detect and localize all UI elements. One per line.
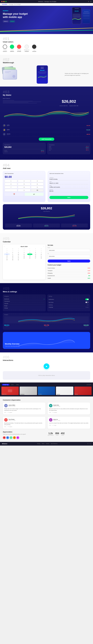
cal-day-13[interactable]: 13 [33, 254, 38, 255]
cal-day-27[interactable]: 27 [33, 257, 38, 259]
preview-tab-2[interactable]: Icons [15, 384, 20, 386]
close-dot[interactable] [2, 1, 3, 2]
cal-day-5[interactable]: 5 [27, 252, 33, 253]
to-date-input[interactable] [48, 255, 90, 258]
cal-day-29[interactable]: 29 [4, 259, 10, 260]
bottom-link-privacy[interactable]: Privacy [37, 443, 40, 444]
form-value-date[interactable]: March 12, 2020 [49, 182, 88, 184]
apply-date-button[interactable]: Apply [48, 260, 90, 262]
nav-row-dashboard[interactable]: Dashboard ● [4, 298, 44, 300]
form-value-amount[interactable]: $25.50 [49, 190, 88, 192]
save-button[interactable]: Save [49, 196, 88, 199]
cal-day-prev[interactable]: 28 [33, 250, 38, 251]
add-transaction-button[interactable]: Add Transaction [39, 138, 54, 141]
key-6[interactable]: 6 [31, 183, 44, 185]
cal-day-1[interactable]: 1 [4, 252, 10, 253]
cal-day-17[interactable]: 17 [16, 255, 21, 257]
nav-row-settings[interactable]: Settings [4, 307, 44, 309]
cal-day-8[interactable]: 8 [4, 254, 10, 255]
reply-count-3[interactable]: ↩ 5 replies [7, 426, 12, 427]
key-3[interactable]: 3 [31, 180, 44, 182]
cal-day-12[interactable]: 12 [27, 254, 33, 255]
linkedin-icon[interactable]: in [90, 443, 91, 444]
toggle-darkmode[interactable] [85, 302, 89, 303]
cal-day-11[interactable]: 11 [21, 254, 27, 255]
cal-day-prev[interactable]: 24 [10, 250, 15, 251]
play-button[interactable]: ▶ [44, 364, 49, 369]
cal-day-24[interactable]: 24 [16, 257, 21, 259]
cal-day-2[interactable]: 2 [10, 252, 15, 253]
cal-day-30[interactable]: 30 [10, 259, 15, 260]
icon-category[interactable]: 🏷 [25, 193, 44, 196]
badge-heart[interactable]: ❤ [3, 436, 6, 439]
cal-day-21[interactable]: 21 [39, 255, 44, 257]
cal-day-18[interactable]: 18 [21, 255, 27, 257]
reply-count-4[interactable]: ↩ 1 reply [52, 425, 56, 426]
preview-thumb-5[interactable]: Settings [74, 386, 91, 395]
cal-day-7[interactable]: 7 [39, 252, 44, 253]
key-8[interactable]: 8 [18, 186, 30, 188]
reply-count-1[interactable]: ↩ 3 replies [7, 412, 12, 413]
bottom-link-careers[interactable]: Careers [46, 443, 49, 444]
badge-star[interactable]: ★ [6, 436, 9, 439]
key-dot[interactable]: . [5, 189, 17, 192]
key-5[interactable]: 5 [18, 183, 30, 185]
cal-day-19[interactable]: 19 [27, 255, 33, 257]
key-2[interactable]: 2 [18, 180, 30, 182]
cal-day-14[interactable]: 14 [39, 254, 44, 255]
from-date-input[interactable] [48, 249, 90, 252]
cal-day-28[interactable]: 28 [39, 257, 44, 259]
reply-count-2[interactable]: ↩ 2 replies [52, 412, 57, 413]
cal-day-22[interactable]: 22 [4, 257, 10, 259]
icon-calendar[interactable]: 📅 [5, 193, 24, 196]
like-count-4[interactable]: ♥ 15 [49, 425, 51, 426]
form-value-note[interactable]: Coffee and snacks [49, 186, 88, 188]
preview-thumb-4[interactable]: Calendar [56, 386, 73, 395]
nav-row-transactions[interactable]: Transactions [4, 300, 44, 302]
key-1[interactable]: 1 [5, 180, 17, 182]
badge-check[interactable]: ✓ [10, 436, 13, 439]
badge-up[interactable]: ⬆ [13, 436, 16, 439]
key-4[interactable]: 4 [5, 183, 17, 185]
nav-row-budget[interactable]: Budget [4, 305, 44, 307]
cal-day-prev[interactable]: 27 [27, 250, 33, 251]
badge-diamond[interactable]: ✦ [16, 436, 19, 439]
preview-tab-active[interactable]: Budget App [2, 384, 9, 386]
cal-day-15[interactable]: 15 [4, 255, 10, 257]
bottom-link-about[interactable]: About Behance [51, 443, 57, 444]
form-value-category[interactable]: Food & Drinks [49, 178, 88, 180]
like-count-1[interactable]: ♥ 24 [4, 412, 6, 413]
key-backspace[interactable]: ⌫ [31, 189, 44, 192]
facebook-icon[interactable]: f [89, 443, 89, 444]
cal-day-prev[interactable]: 26 [21, 250, 27, 251]
preview-thumb-3[interactable]: Analytics [38, 386, 55, 395]
preview-tab-1[interactable]: UI Kit [10, 384, 15, 386]
cal-day-6[interactable]: 6 [33, 252, 38, 253]
cal-day-23[interactable]: 23 [10, 257, 15, 259]
toggle-notifications[interactable] [85, 298, 89, 300]
cal-day-4[interactable]: 4 [21, 252, 27, 253]
cal-day-9[interactable]: 9 [10, 254, 15, 255]
cal-day-prev[interactable]: 29 [39, 250, 44, 251]
preview-thumb-1[interactable]: Budget App [2, 386, 19, 395]
bottom-link-terms[interactable]: Terms [42, 443, 44, 444]
cal-day-3[interactable]: 3 [16, 252, 21, 253]
maximize-dot[interactable] [5, 1, 7, 2]
twitter-icon[interactable]: 𝕏 [87, 443, 88, 444]
options-icon[interactable]: ••• [90, 1, 91, 2]
cal-day-10[interactable]: 10 [16, 254, 21, 255]
breadcrumb-home[interactable]: MyWallet [2, 4, 7, 5]
nav-row-calendar[interactable]: Calendar [4, 302, 44, 305]
like-count-3[interactable]: ♥ 31 [4, 426, 6, 427]
share-icon[interactable]: ⬆ [88, 1, 89, 2]
key-0[interactable]: 0 [18, 189, 30, 192]
cal-day-prev[interactable]: 23 [4, 250, 10, 251]
cal-day-26[interactable]: 26 [27, 257, 33, 259]
key-7[interactable]: 7 [5, 186, 17, 188]
minimize-dot[interactable] [4, 1, 5, 2]
key-9[interactable]: 9 [31, 186, 44, 188]
cal-day-16[interactable]: 16 [10, 255, 15, 257]
cal-day-prev[interactable]: 25 [16, 250, 21, 251]
cal-day-31[interactable]: 31 [16, 259, 21, 260]
cal-prev-btn[interactable]: ‹ [4, 246, 5, 247]
